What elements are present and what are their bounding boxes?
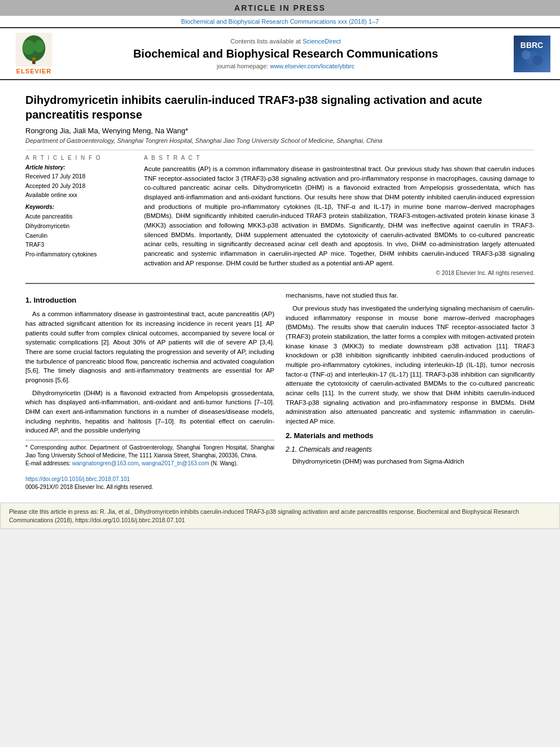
history-label: Article history:: [25, 164, 133, 171]
keyword-3: Caerulin: [25, 231, 133, 241]
journal-homepage: journal homepage: www.elsevier.com/locat…: [62, 63, 509, 69]
contents-line: Contents lists available at ScienceDirec…: [62, 38, 509, 45]
svg-point-5: [32, 57, 36, 60]
email-label: E-mail addresses:: [25, 460, 71, 466]
bbrc-text: BBRC: [520, 41, 543, 49]
email-section: E-mail addresses: wangnatongren@163.com,…: [25, 460, 274, 468]
svg-point-4: [34, 40, 44, 53]
corresponding-author: * Corresponding author. Department of Ga…: [25, 444, 274, 460]
methods-heading: 2. Materials and methods: [286, 431, 535, 442]
elsevier-logo: ELSEVIER: [6, 33, 62, 75]
sciencedirect-link[interactable]: ScienceDirect: [303, 38, 341, 45]
page-wrapper: ARTICLE IN PRESS Biochemical and Biophys…: [0, 0, 560, 529]
keywords-label: Keywords:: [25, 204, 133, 210]
keywords-section: Keywords: Acute pancreatitis Dihydromyri…: [25, 204, 133, 259]
available-date: Available online xxx: [25, 191, 133, 199]
intro-right-para-2: Our previous study has investigated the …: [286, 304, 535, 426]
elsevier-label: ELSEVIER: [16, 68, 51, 75]
svg-point-3: [23, 40, 35, 55]
aip-banner-text: ARTICLE IN PRESS: [234, 3, 326, 12]
copyright: © 2018 Elsevier Inc. All rights reserved…: [144, 270, 535, 276]
doi-link[interactable]: https://doi.org/10.1016/j.bbrc.2018.07.1…: [25, 476, 130, 482]
homepage-label: journal homepage:: [217, 63, 268, 69]
issn-text: 0006-291X/© 2018 Elsevier Inc. All right…: [25, 484, 153, 490]
intro-para-2: Dihydromyricetin (DHM) is a flavonoid ex…: [25, 388, 274, 435]
bbrc-logo: BBRC: [509, 36, 554, 72]
contents-label: Contents lists available at: [230, 38, 301, 45]
email-2[interactable]: wangna2017_tn@163.com: [142, 460, 209, 466]
divider-1: [25, 150, 535, 150]
keyword-1: Acute pancreatitis: [25, 212, 133, 221]
methods-subheading: 2.1. Chemicals and reagents: [286, 445, 535, 455]
footnote-section: * Corresponding author. Department of Ga…: [25, 440, 274, 491]
email-1[interactable]: wangnatongren@163.com: [72, 460, 138, 466]
author-affiliation: Department of Gastroenterology, Shanghai…: [25, 137, 535, 144]
article-content: Dihydromyricetin inhibits caerulin-induc…: [0, 80, 560, 497]
aip-banner: ARTICLE IN PRESS: [0, 0, 560, 16]
body-right-column: mechanisms, have not studied thus far. O…: [286, 291, 535, 491]
intro-heading: 1. Introduction: [25, 295, 274, 306]
body-left-column: 1. Introduction As a common inflammatory…: [25, 291, 274, 491]
abstract-column: A B S T R A C T Acute pancreatitis (AP) …: [144, 155, 535, 276]
citation-text: Please cite this article in press as: R.…: [9, 508, 519, 523]
authors: Rongrong Jia, Jiali Ma, Wenying Meng, Na…: [25, 126, 535, 135]
svg-point-8: [532, 55, 542, 65]
bbrc-box: BBRC: [514, 36, 550, 72]
abstract-text: Acute pancreatitis (AP) is a common infl…: [144, 164, 535, 268]
intro-para-1: As a common inflammatory disease in gast…: [25, 309, 274, 385]
journal-ref: Biochemical and Biophysical Research Com…: [0, 16, 560, 27]
article-info-column: A R T I C L E I N F O Article history: R…: [25, 155, 133, 276]
body-divider: [25, 283, 535, 284]
journal-center: Contents lists available at ScienceDirec…: [62, 38, 509, 69]
article-history: Article history: Received 17 July 2018 A…: [25, 164, 133, 199]
abstract-label: A B S T R A C T: [144, 155, 535, 161]
keyword-2: Dihydromyricetin: [25, 221, 133, 231]
journal-ref-text: Biochemical and Biophysical Research Com…: [181, 18, 379, 25]
methods-para-1: Dihydromyricetin (DHM) was purchased fro…: [286, 457, 535, 466]
authors-text: Rongrong Jia, Jiali Ma, Wenying Meng, Na…: [25, 126, 188, 135]
keyword-4: TRAF3: [25, 240, 133, 250]
journal-title: Biochemical and Biophysical Research Com…: [62, 47, 509, 60]
bbrc-image-icon: [518, 49, 546, 66]
elsevier-tree-icon: [14, 33, 54, 67]
homepage-link[interactable]: www.elsevier.com/locate/ybbrc: [270, 63, 355, 69]
svg-point-7: [522, 50, 531, 59]
accepted-date: Accepted 20 July 2018: [25, 182, 133, 190]
info-abstract-columns: A R T I C L E I N F O Article history: R…: [25, 155, 535, 276]
body-columns: 1. Introduction As a common inflammatory…: [25, 291, 535, 491]
citation-bar: Please cite this article in press as: R.…: [0, 503, 560, 529]
intro-right-para-1: mechanisms, have not studied thus far.: [286, 291, 535, 300]
keyword-5: Pro-inflammatory cytokines: [25, 250, 133, 259]
email-note: (N. Wang).: [211, 460, 238, 466]
article-info-label: A R T I C L E I N F O: [25, 155, 133, 161]
journal-header: ELSEVIER Contents lists available at Sci…: [0, 27, 560, 80]
received-date: Received 17 July 2018: [25, 172, 133, 181]
article-title: Dihydromyricetin inhibits caerulin-induc…: [25, 93, 535, 122]
